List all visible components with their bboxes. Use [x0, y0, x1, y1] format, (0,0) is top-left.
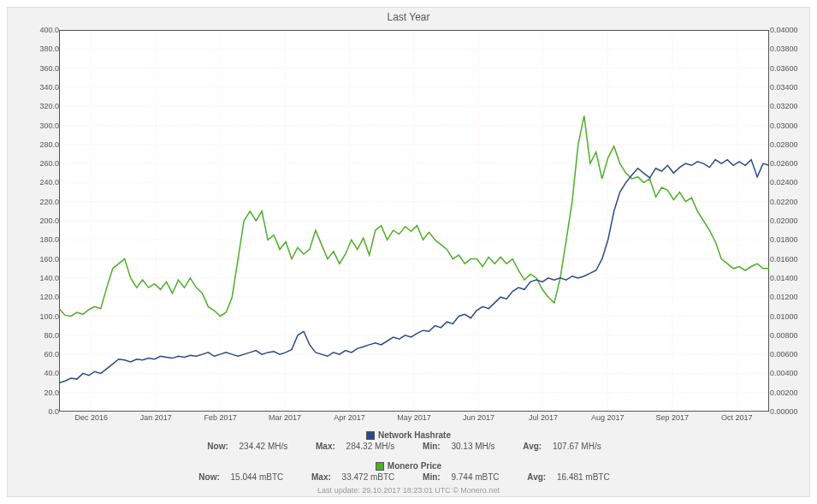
y-left-tick: 0.0	[23, 407, 59, 416]
swatch-price-icon	[376, 462, 384, 471]
y-left-tick: 160.0	[23, 255, 59, 264]
y-left-tick: 100.0	[23, 312, 59, 321]
x-tick: Apr 2017	[334, 413, 365, 422]
y-right-tick: 0.03400	[770, 83, 806, 92]
y-right-tick: 0.02400	[770, 178, 806, 187]
y-left-tick: 340.0	[23, 83, 59, 92]
x-tick: Feb 2017	[204, 413, 237, 422]
y-right-tick: 0.01200	[770, 293, 806, 301]
y-left-tick: 120.0	[23, 293, 59, 301]
y-right-tick: 0.01600	[770, 255, 806, 264]
y-right-tick: 0.04000	[770, 26, 806, 34]
y-right-tick: 0.00200	[770, 388, 806, 397]
y-left-tick: 40.0	[23, 369, 59, 377]
y-right-tick: 0.02800	[770, 140, 806, 149]
y-right-tick: 0.01000	[770, 312, 806, 321]
legend-price: Monero Price Now: 15.044 mBTC Max: 33.47…	[8, 461, 809, 482]
y-left-tick: 280.0	[23, 140, 59, 149]
legend-hashrate-label: Network Hashrate	[378, 430, 451, 440]
chart-panel: Last Year Monero Network Hashrate (MH/s)…	[7, 7, 810, 497]
x-tick: Oct 2017	[721, 413, 753, 422]
y-right-tick: 0.02200	[770, 198, 806, 206]
y-right-tick: 0.01800	[770, 235, 806, 244]
y-left-tick: 360.0	[23, 64, 59, 73]
x-tick: Jun 2017	[463, 413, 494, 422]
x-tick: Jan 2017	[140, 413, 172, 422]
legend-hashrate: Network Hashrate Now: 234.42 MH/s Max: 2…	[8, 430, 809, 451]
chart-svg	[59, 30, 769, 412]
stats-price: Now: 15.044 mBTC Max: 33.472 mBTC Min: 9…	[8, 472, 809, 482]
y-left-tick: 240.0	[23, 178, 59, 187]
y-left-tick: 200.0	[23, 216, 59, 225]
stats-hashrate: Now: 234.42 MH/s Max: 284.32 MH/s Min: 3…	[8, 442, 809, 451]
y-left-tick: 260.0	[23, 159, 59, 168]
y-right-tick: 0.03800	[770, 44, 806, 53]
y-right-tick: 0.01400	[770, 274, 806, 282]
legend-price-label: Monero Price	[388, 461, 441, 471]
x-tick: Mar 2017	[269, 413, 301, 422]
x-tick: Sep 2017	[656, 413, 690, 422]
y-left-tick: 320.0	[23, 102, 59, 110]
chart-title: Last Year	[8, 8, 809, 23]
y-left-tick: 80.0	[23, 331, 59, 340]
y-right-tick: 0.00800	[770, 331, 806, 340]
y-right-tick: 0.03000	[770, 122, 806, 130]
x-tick: May 2017	[397, 413, 431, 422]
y-left-ticks: 0.020.040.060.080.0100.0120.0140.0160.01…	[23, 30, 59, 412]
y-left-tick: 60.0	[23, 350, 59, 359]
y-right-tick: 0.02000	[770, 216, 806, 225]
swatch-hashrate-icon	[366, 431, 375, 440]
y-right-ticks: 0.000000.002000.004000.006000.008000.010…	[770, 30, 806, 412]
plot-area	[59, 30, 769, 412]
x-tick: Jul 2017	[529, 413, 558, 422]
y-left-tick: 180.0	[23, 235, 59, 244]
chart-footer: Last update: 29.10.2017 18:23:01 UTC © M…	[8, 486, 809, 495]
y-right-tick: 0.03200	[770, 102, 806, 110]
y-right-tick: 0.00000	[770, 407, 806, 416]
x-tick: Aug 2017	[591, 413, 625, 422]
y-left-tick: 140.0	[23, 274, 59, 282]
x-ticks: Dec 2016Jan 2017Feb 2017Mar 2017Apr 2017…	[59, 413, 769, 425]
y-right-tick: 0.00400	[770, 369, 806, 377]
y-left-tick: 380.0	[23, 44, 59, 53]
y-left-tick: 400.0	[23, 26, 59, 34]
x-tick: Dec 2016	[74, 413, 108, 422]
y-right-tick: 0.00600	[770, 350, 806, 359]
y-left-tick: 300.0	[23, 122, 59, 130]
y-left-tick: 220.0	[23, 198, 59, 206]
y-left-tick: 20.0	[23, 388, 59, 397]
y-right-tick: 0.03600	[770, 64, 806, 73]
y-right-tick: 0.02600	[770, 159, 806, 168]
